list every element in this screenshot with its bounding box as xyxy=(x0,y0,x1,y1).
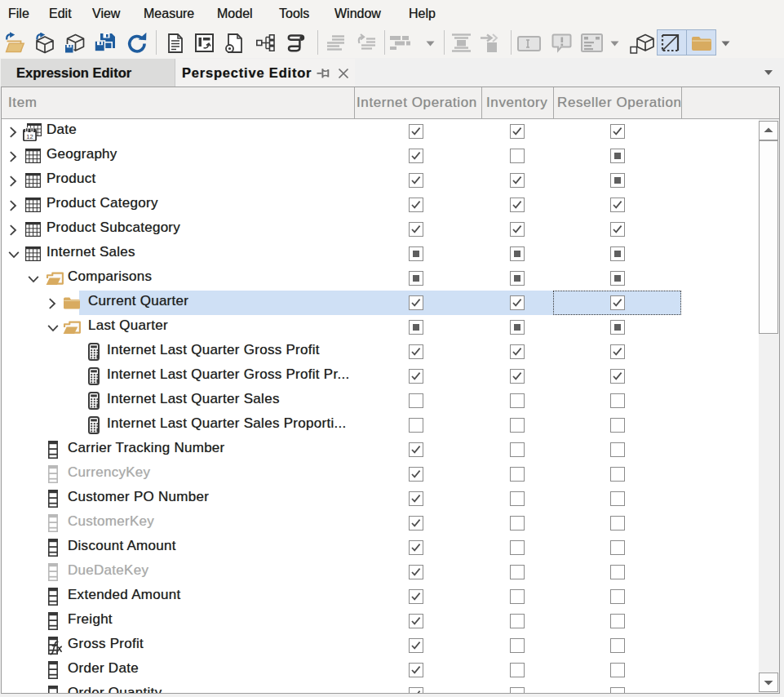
svg-text:12: 12 xyxy=(26,133,33,140)
